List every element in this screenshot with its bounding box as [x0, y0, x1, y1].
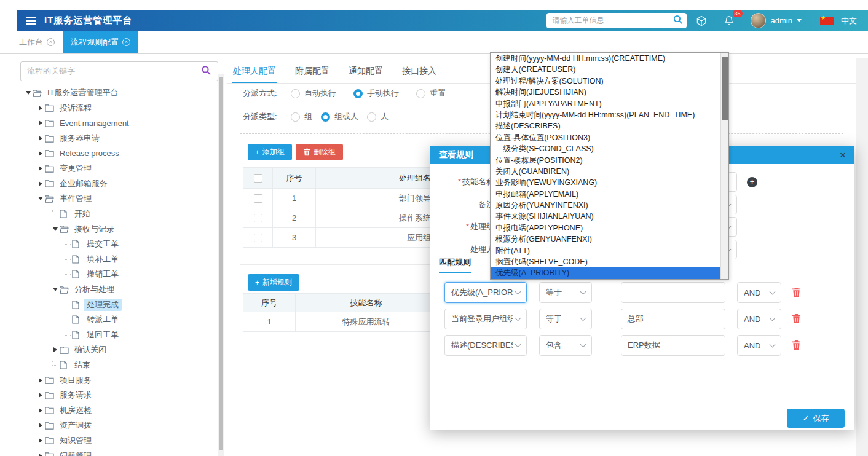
- caret-right-icon[interactable]: [36, 378, 45, 383]
- caret-right-icon[interactable]: [36, 438, 45, 443]
- dropdown-option[interactable]: 附件(ATT): [491, 245, 720, 256]
- tree-item[interactable]: 服务请求: [17, 388, 217, 403]
- tree-item[interactable]: 转派工单: [17, 312, 217, 328]
- tree-item[interactable]: 资产调拨: [17, 418, 217, 433]
- config-tab-3[interactable]: 接口接入: [401, 63, 438, 84]
- tree-item[interactable]: Release process: [17, 146, 217, 161]
- tree-item[interactable]: 撤销工单: [17, 267, 217, 282]
- caret-down-icon[interactable]: [23, 91, 33, 95]
- save-button[interactable]: ✓ 保存: [787, 409, 845, 428]
- dropdown-option[interactable]: 位置-楼栋层(POSITION2): [491, 155, 720, 166]
- dropdown-option[interactable]: 申报邮箱(APPLYEMAIL): [491, 189, 720, 200]
- radio-icon[interactable]: [367, 112, 376, 122]
- tree-item[interactable]: Event management: [17, 116, 217, 131]
- tree-item[interactable]: 分析与处理: [17, 282, 217, 297]
- tree-item[interactable]: 结束: [17, 358, 217, 373]
- dropdown-scroll-thumb[interactable]: [722, 57, 728, 120]
- caret-right-icon[interactable]: [36, 181, 45, 186]
- config-tab-0[interactable]: 处理人配置: [232, 63, 277, 84]
- sidebar-search-icon[interactable]: [201, 65, 211, 77]
- dropdown-option[interactable]: 创建人(CREATEUSER): [491, 64, 720, 75]
- dispatch-mode-option-1[interactable]: 手动执行: [353, 88, 399, 99]
- dropdown-option[interactable]: 处理过程/解决方案(SOLUTION): [491, 76, 720, 87]
- delete-group-button[interactable]: 删除组: [296, 144, 343, 160]
- close-icon[interactable]: ×: [840, 150, 846, 160]
- dropdown-option[interactable]: 事件来源(SHIJIANLAIYUAN): [491, 211, 720, 222]
- dropdown-option[interactable]: 创建时间(yyyy-MM-dd HH:mm:ss)(CREATETIME): [491, 53, 720, 64]
- tree-item[interactable]: 退回工单: [17, 328, 217, 343]
- caret-right-icon[interactable]: [50, 347, 60, 352]
- caret-right-icon[interactable]: [36, 151, 45, 156]
- dispatch-type-option-2[interactable]: 人: [367, 111, 389, 122]
- dispatch-type-option-1[interactable]: 组或人: [321, 111, 358, 122]
- delete-rule-icon[interactable]: [792, 287, 802, 298]
- select-all-checkbox[interactable]: [254, 174, 262, 183]
- tab-close-icon[interactable]: ×: [47, 38, 55, 46]
- rule-value-input[interactable]: [621, 282, 725, 303]
- rule-value-input[interactable]: ERP数据: [621, 335, 725, 356]
- add-rule-button[interactable]: + 新增规则: [248, 274, 299, 291]
- caret-right-icon[interactable]: [36, 166, 45, 171]
- sidebar-scroll-thumb[interactable]: [219, 77, 223, 450]
- rule-field-select[interactable]: 优先级(A_PRIORITY): [444, 282, 527, 303]
- dropdown-option[interactable]: 根源分析(GENYUANFENXI): [491, 234, 720, 245]
- process-keyword-input[interactable]: 流程的关键字: [20, 61, 218, 81]
- menu-toggle-icon[interactable]: [26, 17, 36, 25]
- caret-right-icon[interactable]: [36, 106, 45, 111]
- window-tab-1[interactable]: 流程规则配置×: [63, 31, 138, 53]
- row-checkbox[interactable]: [254, 194, 262, 203]
- dropdown-option[interactable]: 二级分类(SECOND_CLASS): [491, 143, 720, 154]
- notifications-bell-icon[interactable]: 35: [724, 15, 735, 26]
- rule-logic-select[interactable]: AND: [737, 335, 781, 356]
- dropdown-option[interactable]: 计划结束时间(yyyy-MM-dd HH:mm:ss)(PLAN_END_TIM…: [491, 109, 720, 120]
- caret-down-icon[interactable]: [50, 288, 60, 291]
- dispatch-mode-option-0[interactable]: 自动执行: [291, 88, 336, 99]
- tree-item[interactable]: IT服务运营管理平台: [17, 85, 217, 101]
- tree-item[interactable]: 确认关闭: [17, 342, 217, 358]
- rule-field-select[interactable]: 当前登录用户组织: [444, 309, 527, 329]
- radio-icon[interactable]: [321, 112, 330, 122]
- rule-value-input[interactable]: 总部: [621, 309, 725, 329]
- rule-operator-select[interactable]: 等于: [539, 309, 592, 329]
- dropdown-option[interactable]: 原因分析(YUANYINFENXI): [491, 200, 720, 211]
- tree-item[interactable]: 服务器申请: [17, 131, 217, 146]
- rule-operator-select[interactable]: 等于: [539, 282, 592, 303]
- dropdown-option[interactable]: 关闭人(GUANBIREN): [491, 166, 720, 177]
- rule-logic-select[interactable]: AND: [737, 282, 781, 303]
- row-checkbox[interactable]: [254, 214, 262, 222]
- tree-item[interactable]: 项目服务: [17, 372, 217, 388]
- rule-logic-select[interactable]: AND: [737, 309, 781, 329]
- tree-item[interactable]: 变更管理: [17, 161, 217, 176]
- tab-close-icon[interactable]: ×: [122, 38, 130, 46]
- language-switcher[interactable]: 中文: [841, 15, 857, 26]
- dropdown-option[interactable]: 解决时间(JIEJUESHIJIAN): [491, 87, 720, 98]
- radio-icon[interactable]: [353, 89, 363, 98]
- dispatch-mode-option-2[interactable]: 重置: [416, 88, 446, 99]
- delete-rule-icon[interactable]: [792, 313, 802, 324]
- dropdown-option[interactable]: 业务影响(YEWUYINGXIANG): [491, 177, 720, 188]
- caret-down-icon[interactable]: [50, 227, 60, 231]
- rule-field-select[interactable]: 描述(DESCRIBES): [444, 335, 527, 356]
- config-tab-1[interactable]: 附属配置: [294, 63, 331, 84]
- apps-cube-icon[interactable]: [695, 15, 708, 27]
- tree-item[interactable]: 接收与记录: [17, 221, 217, 237]
- dropdown-option[interactable]: 描述(DESCRIBES): [491, 120, 720, 132]
- radio-icon[interactable]: [291, 89, 300, 98]
- rule-operator-select[interactable]: 包含: [539, 335, 592, 356]
- dropdown-option[interactable]: 位置-具体位置(POSITION3): [491, 132, 720, 143]
- row-checkbox[interactable]: [254, 234, 262, 242]
- tree-item[interactable]: 投诉流程: [17, 101, 217, 116]
- dispatch-type-option-0[interactable]: 组: [291, 111, 312, 122]
- caret-right-icon[interactable]: [36, 120, 45, 125]
- dropdown-scrollbar[interactable]: [720, 53, 728, 279]
- tree-item[interactable]: 提交工单: [17, 237, 217, 252]
- caret-right-icon[interactable]: [36, 393, 45, 398]
- tree-item[interactable]: 填补工单: [17, 252, 217, 267]
- tree-item[interactable]: 问题管理: [17, 448, 217, 456]
- radio-icon[interactable]: [416, 89, 425, 98]
- add-item-icon[interactable]: +: [747, 177, 757, 187]
- tree-item[interactable]: 企业邮箱服务: [17, 176, 217, 192]
- user-menu[interactable]: admin: [771, 16, 792, 25]
- window-tab-0[interactable]: 工作台×: [11, 31, 63, 53]
- user-avatar[interactable]: [751, 13, 766, 28]
